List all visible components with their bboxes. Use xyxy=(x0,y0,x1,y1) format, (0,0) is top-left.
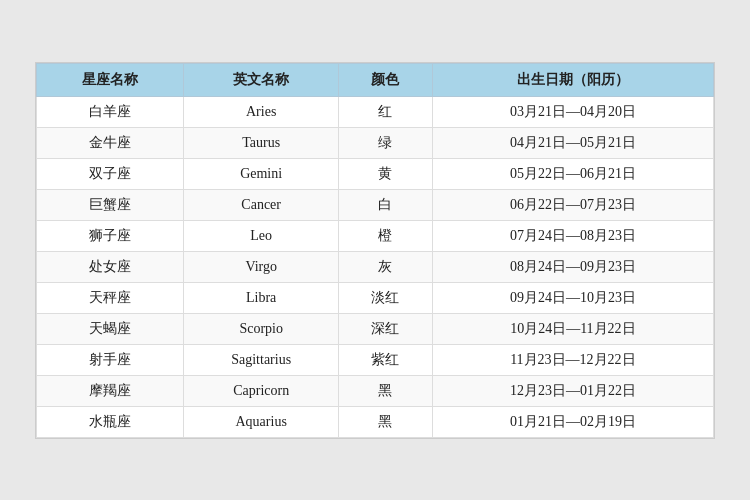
cell-date: 07月24日—08月23日 xyxy=(432,220,713,251)
table-row: 白羊座Aries红03月21日—04月20日 xyxy=(37,96,714,127)
cell-color: 白 xyxy=(339,189,433,220)
header-chinese-name: 星座名称 xyxy=(37,63,184,96)
cell-color: 橙 xyxy=(339,220,433,251)
cell-chinese-name: 金牛座 xyxy=(37,127,184,158)
cell-date: 04月21日—05月21日 xyxy=(432,127,713,158)
cell-english-name: Scorpio xyxy=(184,313,339,344)
cell-chinese-name: 射手座 xyxy=(37,344,184,375)
cell-chinese-name: 天蝎座 xyxy=(37,313,184,344)
cell-date: 10月24日—11月22日 xyxy=(432,313,713,344)
table-row: 水瓶座Aquarius黑01月21日—02月19日 xyxy=(37,406,714,437)
cell-english-name: Aries xyxy=(184,96,339,127)
cell-chinese-name: 处女座 xyxy=(37,251,184,282)
table-row: 摩羯座Capricorn黑12月23日—01月22日 xyxy=(37,375,714,406)
zodiac-table: 星座名称 英文名称 颜色 出生日期（阳历） 白羊座Aries红03月21日—04… xyxy=(36,63,714,438)
cell-color: 黑 xyxy=(339,406,433,437)
cell-date: 09月24日—10月23日 xyxy=(432,282,713,313)
cell-chinese-name: 狮子座 xyxy=(37,220,184,251)
cell-english-name: Virgo xyxy=(184,251,339,282)
cell-date: 05月22日—06月21日 xyxy=(432,158,713,189)
cell-chinese-name: 水瓶座 xyxy=(37,406,184,437)
cell-english-name: Cancer xyxy=(184,189,339,220)
table-row: 天秤座Libra淡红09月24日—10月23日 xyxy=(37,282,714,313)
cell-date: 03月21日—04月20日 xyxy=(432,96,713,127)
table-row: 双子座Gemini黄05月22日—06月21日 xyxy=(37,158,714,189)
table-header-row: 星座名称 英文名称 颜色 出生日期（阳历） xyxy=(37,63,714,96)
header-color: 颜色 xyxy=(339,63,433,96)
cell-english-name: Aquarius xyxy=(184,406,339,437)
zodiac-table-container: 星座名称 英文名称 颜色 出生日期（阳历） 白羊座Aries红03月21日—04… xyxy=(35,62,715,439)
table-row: 处女座Virgo灰08月24日—09月23日 xyxy=(37,251,714,282)
header-english-name: 英文名称 xyxy=(184,63,339,96)
cell-english-name: Sagittarius xyxy=(184,344,339,375)
cell-color: 灰 xyxy=(339,251,433,282)
cell-color: 黑 xyxy=(339,375,433,406)
header-date: 出生日期（阳历） xyxy=(432,63,713,96)
cell-date: 12月23日—01月22日 xyxy=(432,375,713,406)
table-row: 射手座Sagittarius紫红11月23日—12月22日 xyxy=(37,344,714,375)
cell-color: 黄 xyxy=(339,158,433,189)
cell-color: 深红 xyxy=(339,313,433,344)
cell-color: 红 xyxy=(339,96,433,127)
cell-date: 08月24日—09月23日 xyxy=(432,251,713,282)
table-row: 巨蟹座Cancer白06月22日—07月23日 xyxy=(37,189,714,220)
cell-date: 01月21日—02月19日 xyxy=(432,406,713,437)
cell-date: 11月23日—12月22日 xyxy=(432,344,713,375)
cell-chinese-name: 摩羯座 xyxy=(37,375,184,406)
cell-english-name: Capricorn xyxy=(184,375,339,406)
cell-chinese-name: 双子座 xyxy=(37,158,184,189)
cell-chinese-name: 白羊座 xyxy=(37,96,184,127)
cell-chinese-name: 巨蟹座 xyxy=(37,189,184,220)
cell-color: 淡红 xyxy=(339,282,433,313)
cell-chinese-name: 天秤座 xyxy=(37,282,184,313)
table-row: 天蝎座Scorpio深红10月24日—11月22日 xyxy=(37,313,714,344)
cell-color: 紫红 xyxy=(339,344,433,375)
table-row: 金牛座Taurus绿04月21日—05月21日 xyxy=(37,127,714,158)
cell-english-name: Libra xyxy=(184,282,339,313)
cell-date: 06月22日—07月23日 xyxy=(432,189,713,220)
cell-english-name: Gemini xyxy=(184,158,339,189)
cell-english-name: Leo xyxy=(184,220,339,251)
cell-color: 绿 xyxy=(339,127,433,158)
cell-english-name: Taurus xyxy=(184,127,339,158)
table-row: 狮子座Leo橙07月24日—08月23日 xyxy=(37,220,714,251)
